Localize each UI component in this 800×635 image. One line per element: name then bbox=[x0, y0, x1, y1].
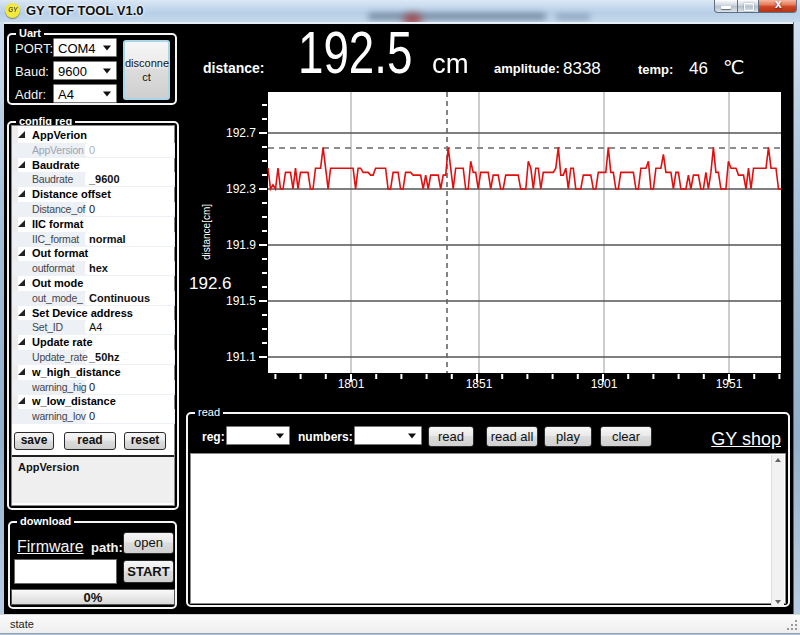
svg-text:191.1: 191.1 bbox=[226, 350, 256, 364]
svg-text:distance[cm]: distance[cm] bbox=[201, 204, 212, 260]
svg-text:1901: 1901 bbox=[591, 377, 618, 391]
svg-text:192.6: 192.6 bbox=[189, 274, 232, 293]
svg-text:192.3: 192.3 bbox=[226, 182, 256, 196]
svg-text:192.7: 192.7 bbox=[226, 126, 256, 140]
svg-text:191.5: 191.5 bbox=[226, 294, 256, 308]
svg-text:191.9: 191.9 bbox=[226, 238, 256, 252]
svg-text:1851: 1851 bbox=[466, 377, 493, 391]
svg-text:1951: 1951 bbox=[716, 377, 743, 391]
svg-text:1801: 1801 bbox=[338, 377, 365, 391]
